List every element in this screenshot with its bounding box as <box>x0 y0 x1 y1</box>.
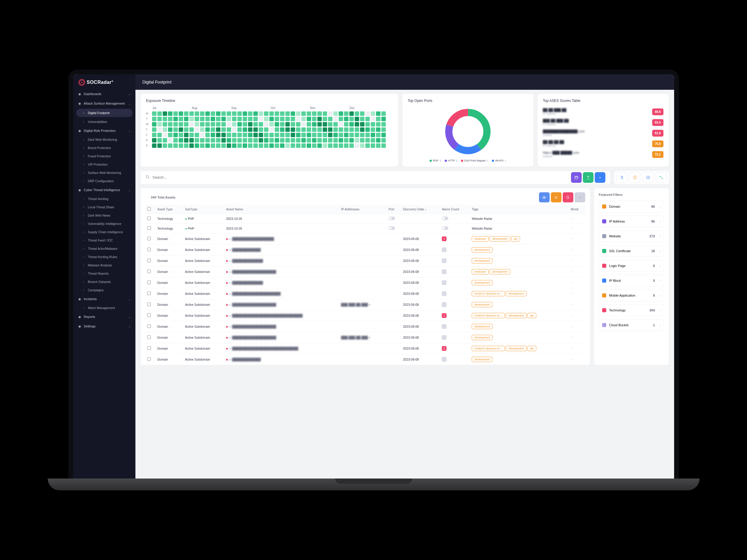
nav-item-local-threat-share[interactable]: ▫Local Threat Share <box>73 203 135 211</box>
table-row[interactable]: Technology ● PHP 2023-10-26 Website Rada… <box>146 214 585 224</box>
heatmap-cell[interactable] <box>264 122 268 127</box>
heatmap-cell[interactable] <box>205 127 210 132</box>
heatmap-cell[interactable] <box>301 127 306 132</box>
heatmap-cell[interactable] <box>291 133 295 137</box>
heatmap-cell[interactable] <box>317 117 322 121</box>
heatmap-cell[interactable] <box>152 127 156 132</box>
heatmap-cell[interactable] <box>157 133 162 137</box>
heatmap-cell[interactable] <box>211 133 215 137</box>
heatmap-cell[interactable] <box>259 111 263 116</box>
heatmap-cell[interactable] <box>227 133 231 137</box>
heatmap-cell[interactable] <box>248 138 253 143</box>
filter-login-page[interactable]: Login Page6› <box>599 260 664 272</box>
heatmap-cell[interactable] <box>280 138 284 143</box>
tag[interactable]: development <box>472 335 492 340</box>
heatmap-cell[interactable] <box>317 138 322 143</box>
heatmap-cell[interactable] <box>184 122 188 127</box>
heatmap-cell[interactable] <box>152 138 156 143</box>
table-row[interactable]: Domain Active Subdomain ⎋███████████████… <box>146 233 585 245</box>
heatmap-cell[interactable] <box>195 127 199 132</box>
tag[interactable]: development <box>506 313 526 318</box>
view-tab-1[interactable] <box>539 192 550 202</box>
heatmap-cell[interactable] <box>317 111 322 116</box>
heatmap-cell[interactable] <box>307 138 311 143</box>
row-checkbox[interactable] <box>147 259 151 262</box>
heatmap-cell[interactable] <box>381 122 386 127</box>
col-monit[interactable]: Monit <box>569 205 585 214</box>
heatmap-cell[interactable] <box>344 144 349 148</box>
heatmap-cell[interactable] <box>371 144 375 148</box>
heatmap-cell[interactable] <box>275 133 279 137</box>
tag[interactable]: development <box>490 236 510 241</box>
heatmap-cell[interactable] <box>301 111 306 116</box>
heatmap-cell[interactable] <box>349 127 354 132</box>
heatmap-cell[interactable] <box>365 138 370 143</box>
col-ip[interactable]: IP Addresses <box>339 205 387 214</box>
col-asset-type[interactable]: Asset Type <box>156 205 183 214</box>
heatmap-cell[interactable] <box>376 138 381 143</box>
heatmap-cell[interactable] <box>307 111 311 116</box>
toggle[interactable] <box>442 217 448 220</box>
heatmap-cell[interactable] <box>317 144 322 148</box>
heatmap-cell[interactable] <box>323 111 327 116</box>
ases-row[interactable]: ███.██.███.██IP Address83.4 <box>543 117 663 128</box>
heatmap-cell[interactable] <box>360 138 364 143</box>
heatmap-cell[interactable] <box>264 144 268 148</box>
heatmap-cell[interactable] <box>157 144 162 148</box>
heatmap-cell[interactable] <box>195 133 199 137</box>
heatmap-cell[interactable] <box>317 133 322 137</box>
heatmap-cell[interactable] <box>157 138 162 143</box>
heatmap-cell[interactable] <box>371 111 375 116</box>
row-checkbox[interactable] <box>147 357 151 361</box>
heatmap-cell[interactable] <box>264 127 268 132</box>
heatmap-cell[interactable] <box>195 117 199 121</box>
heatmap-cell[interactable] <box>259 117 263 121</box>
heatmap-cell[interactable] <box>184 133 188 137</box>
heatmap-cell[interactable] <box>195 122 199 127</box>
heatmap-cell[interactable] <box>381 138 386 143</box>
heatmap-cell[interactable] <box>312 122 316 127</box>
heatmap-cell[interactable] <box>344 117 349 121</box>
heatmap-cell[interactable] <box>152 122 156 127</box>
heatmap-cell[interactable] <box>184 138 188 143</box>
heatmap-cell[interactable] <box>205 133 210 137</box>
heatmap-cell[interactable] <box>173 117 178 121</box>
nav-item-dark-web-monitoring[interactable]: ▫Dark Web Monitoring <box>73 135 135 144</box>
heatmap-cell[interactable] <box>296 133 301 137</box>
heatmap-cell[interactable] <box>355 111 359 116</box>
col-alarm[interactable]: Alarm Count <box>440 205 470 214</box>
heatmap-cell[interactable] <box>237 127 242 132</box>
opt-3-button[interactable] <box>643 172 653 183</box>
nav-item-campaigns[interactable]: ▫Campaigns <box>73 286 135 294</box>
heatmap-cell[interactable] <box>355 122 359 127</box>
table-row[interactable]: Domain Active Subdomain ⎋█████████████ 2… <box>146 245 585 255</box>
heatmap-cell[interactable] <box>376 117 381 121</box>
heatmap-cell[interactable] <box>211 111 215 116</box>
heatmap-cell[interactable] <box>232 138 236 143</box>
heatmap-cell[interactable] <box>232 133 236 137</box>
nav-item-threat-hunting[interactable]: ▫Threat Hunting <box>73 195 135 203</box>
heatmap-cell[interactable] <box>264 133 268 137</box>
nav-item-vip-protection[interactable]: ▫VIP Protection <box>73 160 135 169</box>
heatmap-cell[interactable] <box>301 138 306 143</box>
heatmap-cell[interactable] <box>221 122 226 127</box>
heatmap-cell[interactable] <box>163 138 167 143</box>
heatmap-cell[interactable] <box>200 127 204 132</box>
heatmap-cell[interactable] <box>152 111 156 116</box>
tag[interactable]: api <box>511 236 520 241</box>
heatmap-cell[interactable] <box>259 138 263 143</box>
heatmap-cell[interactable] <box>333 138 338 143</box>
heatmap-cell[interactable] <box>285 133 290 137</box>
heatmap-cell[interactable] <box>253 111 258 116</box>
heatmap-cell[interactable] <box>227 127 231 132</box>
heatmap-cell[interactable] <box>333 144 338 148</box>
heatmap-cell[interactable] <box>243 127 247 132</box>
heatmap-cell[interactable] <box>371 127 375 132</box>
table-row[interactable]: Domain Active Subdomain ⎋███████████████… <box>146 310 585 321</box>
heatmap-cell[interactable] <box>312 111 316 116</box>
tag[interactable]: hosted in dynamic en… <box>472 346 505 351</box>
nav-item-fraud-protection[interactable]: ▫Fraud Protection <box>73 152 135 160</box>
tag[interactable]: hosted in dynamic en… <box>472 313 505 318</box>
heatmap-cell[interactable] <box>179 144 183 148</box>
nav-item-threat-feed-ioc[interactable]: ▫Threat Feed / IOC <box>73 236 135 245</box>
